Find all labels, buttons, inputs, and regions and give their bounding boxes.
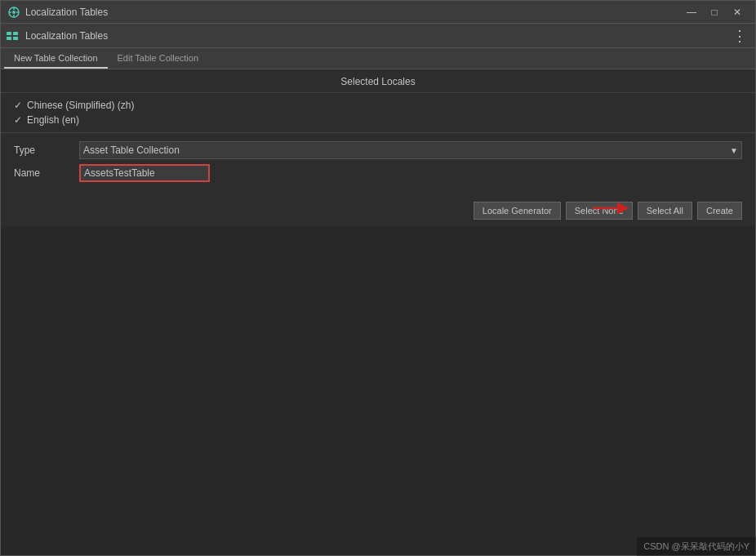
name-input[interactable]	[79, 164, 210, 182]
type-select-value: Asset Table Collection	[83, 145, 180, 156]
watermark: CSDN @呆呆敲代码的小Y	[637, 537, 756, 556]
locale-generator-button[interactable]: Locale Generator	[474, 202, 561, 220]
svg-rect-6	[7, 32, 11, 35]
minimize-button[interactable]: —	[680, 1, 703, 24]
title-bar-controls: — □ ✕	[680, 1, 749, 24]
select-all-button[interactable]: Select All	[638, 202, 692, 220]
title-bar-text: Localization Tables	[25, 7, 680, 18]
tabs-bar: New Table Collection Edit Table Collecti…	[1, 48, 755, 69]
close-button[interactable]: ✕	[726, 1, 749, 24]
locales-list: ✓ Chinese (Simplified) (zh) ✓ English (e…	[1, 93, 755, 133]
tab-new-table[interactable]: New Table Collection	[4, 49, 108, 69]
locale-label-en: English (en)	[27, 114, 79, 126]
locale-label-zh: Chinese (Simplified) (zh)	[27, 100, 134, 111]
menu-icon	[6, 29, 20, 43]
name-label: Name	[14, 167, 79, 179]
type-select[interactable]: Asset Table Collection ▼	[79, 141, 742, 159]
form-area: Type Asset Table Collection ▼ Name	[1, 133, 755, 195]
tab-edit-table[interactable]: Edit Table Collection	[108, 49, 208, 69]
name-row: Name	[14, 164, 742, 182]
svg-rect-9	[13, 37, 18, 40]
svg-rect-7	[13, 32, 18, 35]
type-label: Type	[14, 145, 79, 156]
red-arrow-icon	[589, 197, 629, 220]
list-item: ✓ English (en)	[14, 113, 742, 127]
svg-rect-8	[7, 37, 11, 40]
type-row: Type Asset Table Collection ▼	[14, 141, 742, 159]
chevron-down-icon: ▼	[730, 146, 738, 155]
create-button[interactable]: Create	[697, 202, 742, 220]
main-content	[1, 226, 755, 555]
selected-locales-header: Selected Locales	[1, 69, 755, 93]
svg-point-1	[12, 11, 16, 14]
title-bar: Localization Tables — □ ✕	[1, 1, 755, 24]
bottom-toolbar: Locale Generator Select None Select All …	[1, 195, 755, 226]
main-window: Localization Tables — □ ✕ Localization T…	[0, 0, 756, 556]
menu-bar-title: Localization Tables	[25, 30, 729, 42]
list-item: ✓ Chinese (Simplified) (zh)	[14, 98, 742, 113]
menu-dots[interactable]: ⋮	[729, 27, 750, 45]
checkbox-en[interactable]: ✓	[14, 114, 22, 126]
content-area: Selected Locales ✓ Chinese (Simplified) …	[1, 69, 755, 555]
checkbox-zh[interactable]: ✓	[14, 100, 22, 111]
window-icon	[7, 6, 20, 19]
menu-bar: Localization Tables ⋮	[1, 24, 755, 48]
maximize-button[interactable]: □	[703, 1, 726, 24]
